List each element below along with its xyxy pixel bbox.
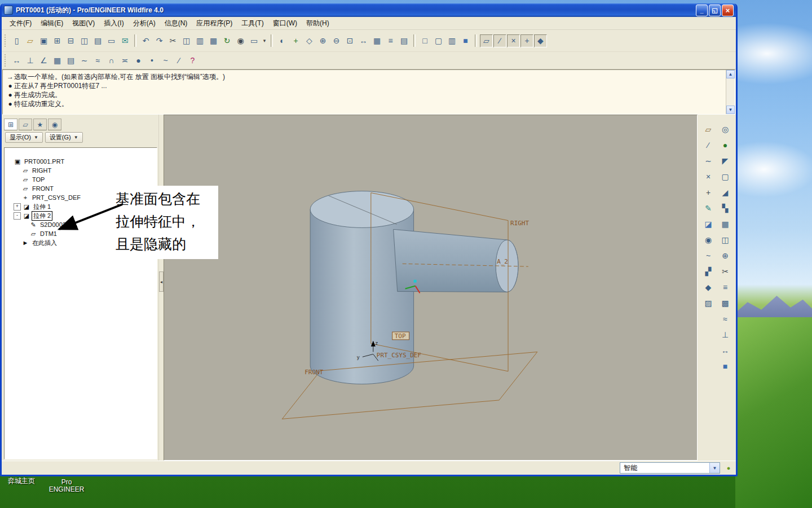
cut-icon[interactable]: ✂: [166, 34, 179, 47]
restore-button[interactable]: ◱: [709, 5, 721, 16]
toolbar-grip[interactable]: [5, 54, 8, 67]
surface-analysis-icon[interactable]: ≈: [91, 54, 104, 67]
message-scrollbar[interactable]: ▲ ▼: [726, 70, 735, 114]
desktop-icon-proengineer[interactable]: Pro ENGINEER: [46, 479, 87, 493]
tree-expander-icon[interactable]: [14, 186, 20, 192]
tree-expander-icon[interactable]: [14, 195, 20, 201]
tree-item-label[interactable]: TOP: [30, 176, 46, 183]
favorites-tab[interactable]: ★: [33, 119, 47, 130]
annotation-display-icon[interactable]: ◆: [534, 34, 547, 47]
mirror-tool-icon[interactable]: ◫: [718, 233, 732, 247]
label-right-plane[interactable]: RIGHT: [510, 220, 529, 227]
datum-point-tool-icon[interactable]: ×: [701, 170, 715, 183]
copy-model-icon[interactable]: ◫: [78, 34, 91, 47]
round-tool-icon[interactable]: ●: [718, 138, 732, 152]
arc-icon[interactable]: ∩: [105, 54, 118, 67]
project-tool-icon[interactable]: ⊥: [718, 328, 732, 341]
style-tool-icon[interactable]: ◆: [701, 281, 715, 294]
saved-views-icon[interactable]: ▦: [370, 34, 383, 47]
selection-filter-combobox[interactable]: 智能 ▼: [620, 462, 720, 474]
label-csys[interactable]: PRT_CSYS_DEF: [377, 352, 421, 359]
open-file-icon[interactable]: ▱: [24, 34, 37, 47]
folder-browser-tab[interactable]: ▱: [19, 119, 32, 130]
panel-splitter[interactable]: ◂: [158, 115, 164, 461]
section-icon[interactable]: ▤: [64, 54, 77, 67]
hidden-line-icon[interactable]: ▢: [432, 34, 445, 47]
tree-expander-icon[interactable]: -: [14, 212, 21, 220]
new-file-icon[interactable]: ▯: [10, 34, 23, 47]
orient-mode-icon[interactable]: ◇: [303, 34, 316, 47]
title-bar[interactable]: PRT0001 (活动的) - Pro/ENGINEER Wildfire 4.…: [2, 3, 736, 17]
sweep-tool-icon[interactable]: ~: [701, 249, 715, 262]
tree-item-top-plane[interactable]: ▱ TOP: [5, 175, 157, 184]
model-tree-tab[interactable]: ⊞: [4, 119, 17, 130]
tree-expander-icon[interactable]: +: [14, 203, 21, 211]
pan-icon[interactable]: ↔: [357, 34, 370, 47]
toolbar-grip[interactable]: [5, 34, 8, 47]
spin-center-icon[interactable]: +: [289, 34, 302, 47]
point-small-icon[interactable]: •: [145, 54, 158, 67]
save-copy-icon[interactable]: ⊞: [51, 34, 64, 47]
tree-item-label[interactable]: PRT_CSYS_DEF: [30, 194, 82, 201]
wireframe-icon[interactable]: □: [418, 34, 431, 47]
mail-icon[interactable]: ✉: [118, 34, 131, 47]
erase-display-icon[interactable]: ▭: [105, 34, 118, 47]
dimension-icon[interactable]: ↔: [10, 54, 23, 67]
plane-display-icon[interactable]: ▱: [480, 34, 493, 47]
menu-item[interactable]: 视图(V): [68, 17, 99, 29]
pattern-tool-icon[interactable]: ▦: [718, 217, 732, 231]
save-file-icon[interactable]: ▣: [37, 34, 50, 47]
tree-expander-icon[interactable]: [21, 222, 28, 228]
menu-item[interactable]: 编辑(E): [36, 17, 68, 29]
tree-item-label[interactable]: FRONT: [30, 185, 55, 192]
sphere-icon[interactable]: ●: [132, 54, 145, 67]
revolve-tool-icon[interactable]: ◉: [701, 233, 715, 247]
scroll-up-icon[interactable]: ▲: [726, 70, 735, 78]
panel-collapse-button[interactable]: ◂: [159, 271, 164, 292]
menu-item[interactable]: 信息(N): [160, 17, 192, 29]
close-button[interactable]: ×: [722, 5, 734, 16]
backup-icon[interactable]: ⊟: [64, 34, 77, 47]
csys-tool-icon[interactable]: +: [701, 186, 715, 199]
perpendicular-icon[interactable]: ⊥: [24, 54, 37, 67]
datum-plane-tool-icon[interactable]: ▱: [701, 122, 715, 136]
tree-item-label[interactable]: DTM1: [38, 230, 59, 237]
view-manager-icon[interactable]: ▤: [398, 34, 411, 47]
paste-special-icon[interactable]: ▦: [207, 34, 220, 47]
hole-tool-icon[interactable]: ◎: [718, 122, 732, 136]
settings-dropdown-button[interactable]: 设置(G) ▼: [45, 132, 83, 143]
label-front-plane[interactable]: FRONT: [304, 369, 323, 376]
draft-tool-icon[interactable]: ◢: [718, 186, 732, 199]
rib-tool-icon[interactable]: ▚: [718, 202, 732, 215]
scroll-down-icon[interactable]: ▼: [726, 106, 735, 114]
tree-item-label[interactable]: 拉伸 2: [32, 211, 52, 221]
show-dropdown-button[interactable]: 显示(O) ▼: [5, 132, 43, 143]
menu-item[interactable]: 应用程序(P): [192, 17, 237, 29]
sketch-tool-icon[interactable]: ✎: [701, 202, 715, 215]
minimize-button[interactable]: _: [696, 5, 708, 16]
menu-item[interactable]: 文件(F): [5, 17, 36, 29]
tree-expander-icon[interactable]: [14, 168, 20, 174]
chamfer-tool-icon[interactable]: ◤: [718, 154, 732, 168]
print-icon[interactable]: ▤: [91, 34, 104, 47]
blend-tool-icon[interactable]: ▞: [701, 265, 715, 278]
datum-curve-icon[interactable]: ∼: [78, 54, 91, 67]
tree-expander-icon[interactable]: [14, 177, 20, 183]
undo-icon[interactable]: ↶: [139, 34, 152, 47]
menu-item[interactable]: 插入(I): [99, 17, 128, 29]
tree-item-label[interactable]: S2D0002: [38, 221, 68, 228]
datum-axis-tool-icon[interactable]: ∕: [701, 138, 715, 152]
label-axis-a2[interactable]: A_2: [497, 258, 508, 265]
desktop-icon-yicheng[interactable]: 弈城主页: [3, 478, 39, 485]
merge-tool-icon[interactable]: ⊕: [718, 249, 732, 262]
tree-item-part[interactable]: ▣ PRT0001.PRT: [5, 157, 157, 166]
graphics-viewport[interactable]: z y RIGHT TOP FRONT PRT_CSYS_DEF A_2: [164, 115, 698, 461]
zoom-in-icon[interactable]: ⊕: [316, 34, 329, 47]
redo-icon[interactable]: ↷: [153, 34, 166, 47]
find-icon[interactable]: ◉: [234, 34, 247, 47]
connections-tab[interactable]: ◉: [48, 119, 61, 130]
regenerate-icon[interactable]: ↻: [220, 34, 233, 47]
extrude-tool-icon[interactable]: ◪: [701, 217, 715, 231]
csys-display-icon[interactable]: +: [520, 34, 533, 47]
main-cylinder-top[interactable]: [310, 191, 413, 228]
